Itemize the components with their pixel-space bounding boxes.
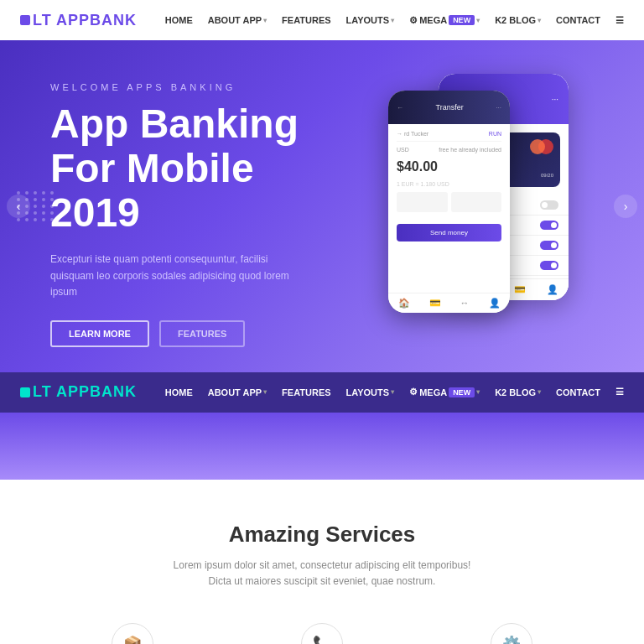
sticky-gear-icon: ⚙	[409, 387, 418, 397]
send-money-button[interactable]: Send money	[397, 224, 501, 242]
front-nav-card-icon: 💳	[429, 298, 441, 309]
live-call-support-icon: 📞	[301, 623, 343, 644]
hero-buttons: LEARN MORE FEATURES	[50, 320, 322, 347]
sticky-nav-links: HOME ABOUT APP ▾ FEATURES LAYOUTS ▾ ⚙ ME…	[165, 387, 624, 397]
transfer-amount: $40.00	[397, 159, 501, 174]
sticky-hamburger-icon: ☰	[615, 387, 624, 397]
sticky-mega-badge: NEW	[449, 387, 475, 397]
hero-prev-button[interactable]: ‹	[7, 195, 30, 218]
hero-description: Excepturi iste quam potenti consequuntur…	[50, 252, 302, 300]
transfer-rate: 1 EUR = 1.180 USD	[397, 181, 501, 187]
learn-more-button[interactable]: LEARN MORE	[50, 320, 149, 347]
hero-next-button[interactable]: ›	[614, 195, 637, 218]
front-nav-transfer-icon: ↔	[460, 298, 470, 309]
transfer-link[interactable]: RUN	[489, 131, 501, 137]
front-nav-home-icon: 🏠	[398, 298, 410, 309]
transfer-input-1[interactable]	[397, 192, 448, 212]
sticky-nav-mega[interactable]: ⚙ MEGA NEW ▾	[409, 387, 480, 397]
sticky-logo-text: LT APPBANK	[33, 383, 137, 401]
front-nav-profile-icon: 👤	[489, 298, 501, 309]
chevron-down-icon: ▾	[538, 388, 541, 396]
transfer-already-included: free he already included	[439, 147, 501, 153]
phone-transfer-content: → rd Tucker RUN USD free he already incl…	[388, 124, 510, 248]
gear-icon: ⚙	[409, 15, 418, 26]
service-card-2: 📞 Live call support Sed libero odio phas…	[240, 623, 404, 644]
toggle4[interactable]	[540, 261, 558, 270]
logo-text: LT APPBANK	[33, 12, 137, 29]
hero-title: App Banking For Mobile 2019	[50, 102, 322, 235]
phone-front-header-label: Transfer	[436, 103, 464, 112]
logo-square	[20, 15, 30, 25]
transfer-to-row: → rd Tucker RUN	[397, 131, 501, 142]
toggle1[interactable]	[540, 200, 558, 210]
toggle3[interactable]	[540, 241, 558, 250]
logo[interactable]: LT APPBANK	[20, 12, 137, 29]
hero-phones: Card ··· trill 1234 5678 1430 2534 JOHN …	[322, 65, 594, 317]
mastercard-icon-2	[530, 139, 545, 154]
sticky-nav-layouts[interactable]: LAYOUTS ▾	[346, 387, 395, 397]
sticky-nav-home[interactable]: HOME	[165, 387, 193, 397]
nav-links: HOME ABOUT APP ▾ FEATURES LAYOUTS ▾ ⚙ ME…	[165, 15, 624, 26]
nav-features[interactable]: FEATURES	[282, 15, 330, 25]
transfer-currency-label: USD	[397, 147, 409, 153]
sticky-logo[interactable]: LT APPBANK	[20, 383, 137, 401]
sticky-navbar: LT APPBANK HOME ABOUT APP ▾ FEATURES LAY…	[0, 372, 644, 413]
nav-card-icon: 💳	[514, 284, 526, 295]
nav-home[interactable]: HOME	[165, 15, 193, 25]
sticky-nav-contact[interactable]: CONTACT	[556, 387, 600, 397]
chevron-down-icon: ▾	[476, 388, 480, 396]
services-subtitle: Lorem ipsum dolor sit amet, consectetur …	[163, 558, 481, 589]
nav-k2blog[interactable]: K2 BLOG ▾	[495, 15, 541, 25]
features-button[interactable]: FEATURES	[159, 320, 245, 347]
nav-contact[interactable]: CONTACT	[556, 15, 600, 25]
sticky-nav-features[interactable]: FEATURES	[282, 387, 330, 397]
mega-badge: NEW	[449, 15, 475, 25]
hero-section: ‹ › WELCOME APPS BANKING App Banking For…	[0, 40, 644, 372]
transfer-to-label: → rd Tucker	[397, 131, 428, 137]
phone-front-header: ← Transfer ···	[388, 91, 510, 124]
hero-subtitle: WELCOME APPS BANKING	[50, 82, 322, 92]
service-card-3: ⚙️ Easy setup process Sed libero odio ph…	[429, 623, 594, 644]
installation-guide-icon: 📦	[112, 623, 153, 644]
hero-text-block: WELCOME APPS BANKING App Banking For Mob…	[50, 74, 322, 347]
sticky-logo-square	[20, 387, 30, 397]
nav-hamburger[interactable]: ☰	[615, 15, 624, 26]
services-title: Amazing Services	[50, 522, 594, 548]
sticky-nav-k2blog[interactable]: K2 BLOG ▾	[495, 387, 541, 397]
chevron-down-icon: ▾	[538, 17, 541, 24]
chevron-down-icon: ▾	[263, 388, 267, 396]
toggle2[interactable]	[540, 221, 558, 230]
phone-front-bottom-nav: 🏠 💳 ↔ 👤	[388, 293, 510, 313]
chevron-down-icon: ▾	[391, 388, 394, 396]
chevron-down-icon: ▾	[263, 17, 267, 24]
card-date: 09/20	[541, 173, 553, 178]
service-card-1: 📦 Installation Guide Sed libero odio pha…	[50, 623, 215, 644]
services-section: Amazing Services Lorem ipsum dolor sit a…	[0, 480, 644, 644]
sticky-nav-about[interactable]: ABOUT APP ▾	[208, 387, 267, 397]
nav-mega[interactable]: ⚙ MEGA NEW ▾	[409, 15, 480, 26]
chevron-down-icon: ▾	[476, 17, 480, 24]
phone-front-mockup: ← Transfer ··· → rd Tucker RUN USD free …	[388, 91, 510, 313]
transfer-input-2[interactable]	[451, 192, 502, 212]
hamburger-icon: ☰	[615, 15, 624, 26]
top-navbar: LT APPBANK HOME ABOUT APP ▾ FEATURES LAY…	[0, 0, 644, 40]
easy-setup-icon: ⚙️	[491, 623, 532, 644]
chevron-down-icon: ▾	[391, 17, 394, 24]
sticky-nav-hamburger[interactable]: ☰	[615, 387, 624, 397]
nav-about[interactable]: ABOUT APP ▾	[208, 15, 267, 25]
phone-back-settings-icon: ···	[552, 95, 558, 104]
nav-profile-icon: 👤	[547, 284, 558, 295]
nav-layouts[interactable]: LAYOUTS ▾	[346, 15, 395, 25]
purple-transition	[0, 413, 644, 480]
services-grid: 📦 Installation Guide Sed libero odio pha…	[50, 623, 594, 644]
